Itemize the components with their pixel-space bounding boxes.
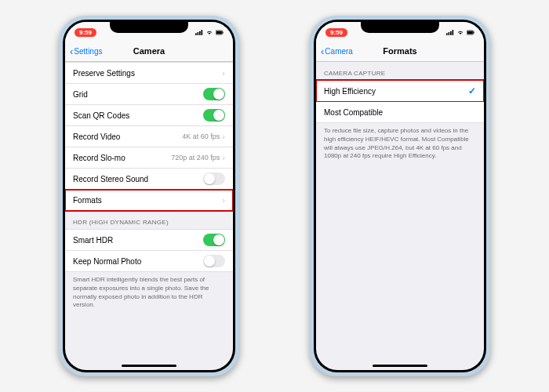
svg-rect-2 [199, 31, 201, 34]
svg-rect-7 [446, 33, 448, 35]
row-label: High Efficiency [324, 87, 376, 96]
status-time-pill: 9:59 [75, 28, 96, 37]
row-record-video[interactable]: Record Video 4K at 60 fps› [65, 126, 233, 147]
status-icons [195, 30, 224, 35]
svg-rect-0 [195, 33, 197, 35]
row-preserve-settings[interactable]: Preserve Settings › [65, 62, 233, 84]
row-most-compatible[interactable]: Most Compatible [316, 102, 484, 123]
chevron-right-icon: › [222, 195, 225, 205]
row-label: Formats [73, 196, 102, 205]
chevron-right-icon: › [222, 153, 225, 162]
row-stereo-sound[interactable]: Record Stereo Sound [65, 169, 233, 190]
nav-bar: ‹ Camera Formats [316, 41, 484, 62]
checkmark-icon: ✓ [468, 85, 476, 96]
chevron-left-icon: ‹ [70, 46, 73, 56]
svg-rect-1 [198, 32, 199, 35]
row-detail: 4K at 60 fps [182, 132, 220, 140]
formats-list: CAMERA CAPTURE High Efficiency ✓ Most Co… [316, 62, 484, 167]
row-label: Grid [73, 90, 88, 99]
back-button[interactable]: ‹ Settings [70, 46, 102, 56]
row-label: Keep Normal Photo [73, 257, 141, 266]
row-scan-qr[interactable]: Scan QR Codes [65, 105, 233, 126]
bezel: 9:59 ‹ Settings Camera Preserve Settings [63, 20, 235, 372]
toggle-keep-normal[interactable] [203, 255, 225, 267]
svg-rect-5 [216, 31, 222, 34]
phone-left: 9:59 ‹ Settings Camera Preserve Settings [59, 16, 239, 376]
chevron-right-icon: › [222, 68, 225, 78]
battery-icon [216, 30, 224, 35]
group-capture: High Efficiency ✓ Most Compatible [316, 80, 484, 123]
toggle-qr[interactable] [203, 109, 225, 122]
svg-rect-10 [453, 30, 454, 35]
bezel: 9:59 ‹ Camera Formats CAMERA CAPTURE [314, 20, 486, 372]
row-keep-normal[interactable]: Keep Normal Photo [65, 251, 233, 272]
svg-rect-9 [450, 31, 452, 34]
svg-rect-6 [223, 31, 224, 33]
row-label: Smart HDR [73, 236, 113, 245]
phone-right: 9:59 ‹ Camera Formats CAMERA CAPTURE [310, 16, 490, 376]
cellular-icon [195, 30, 203, 35]
section-footer-hdr: Smart HDR intelligently blends the best … [65, 272, 233, 316]
svg-rect-8 [449, 32, 450, 35]
row-detail: 720p at 240 fps [171, 154, 220, 162]
toggle-stereo[interactable] [203, 172, 225, 185]
row-label: Record Slo-mo [73, 154, 125, 162]
chevron-left-icon: ‹ [321, 46, 324, 56]
row-record-slomo[interactable]: Record Slo-mo 720p at 240 fps› [65, 147, 233, 169]
row-label: Record Stereo Sound [73, 175, 148, 183]
group-general: Preserve Settings › Grid Scan QR Codes R… [65, 62, 233, 211]
battery-icon [467, 30, 474, 35]
svg-rect-13 [474, 31, 474, 33]
home-indicator[interactable] [122, 365, 176, 367]
row-smart-hdr[interactable]: Smart HDR [65, 229, 233, 251]
notch [361, 22, 439, 33]
toggle-grid[interactable] [203, 88, 225, 100]
row-label: Scan QR Codes [73, 111, 129, 120]
row-label: Record Video [73, 132, 120, 141]
status-icons [446, 30, 474, 35]
svg-rect-3 [202, 30, 203, 35]
settings-list: Preserve Settings › Grid Scan QR Codes R… [65, 62, 233, 332]
section-header-hdr: HDR (HIGH DYNAMIC RANGE) [65, 211, 233, 229]
back-button[interactable]: ‹ Camera [321, 46, 353, 56]
cellular-icon [446, 30, 454, 35]
wifi-icon [205, 30, 213, 35]
section-header-capture: CAMERA CAPTURE [316, 62, 484, 80]
back-label: Settings [74, 47, 102, 56]
status-time-pill: 9:59 [325, 28, 347, 37]
back-label: Camera [325, 47, 353, 56]
wifi-icon [456, 30, 464, 35]
nav-bar: ‹ Settings Camera [65, 41, 233, 62]
chevron-right-icon: › [222, 132, 225, 141]
row-formats[interactable]: Formats › [65, 190, 233, 211]
home-indicator[interactable] [373, 365, 427, 367]
notch [110, 22, 188, 33]
screen-camera-settings: 9:59 ‹ Settings Camera Preserve Settings [65, 22, 233, 370]
row-label: Preserve Settings [73, 69, 135, 78]
screen-formats: 9:59 ‹ Camera Formats CAMERA CAPTURE [316, 22, 484, 370]
row-high-efficiency[interactable]: High Efficiency ✓ [316, 80, 484, 102]
toggle-smart-hdr[interactable] [203, 234, 225, 246]
group-hdr: Smart HDR Keep Normal Photo [65, 229, 233, 272]
row-grid[interactable]: Grid [65, 84, 233, 105]
svg-rect-12 [467, 31, 473, 34]
section-footer-capture: To reduce file size, capture photos and … [316, 123, 484, 167]
row-label: Most Compatible [324, 108, 383, 117]
